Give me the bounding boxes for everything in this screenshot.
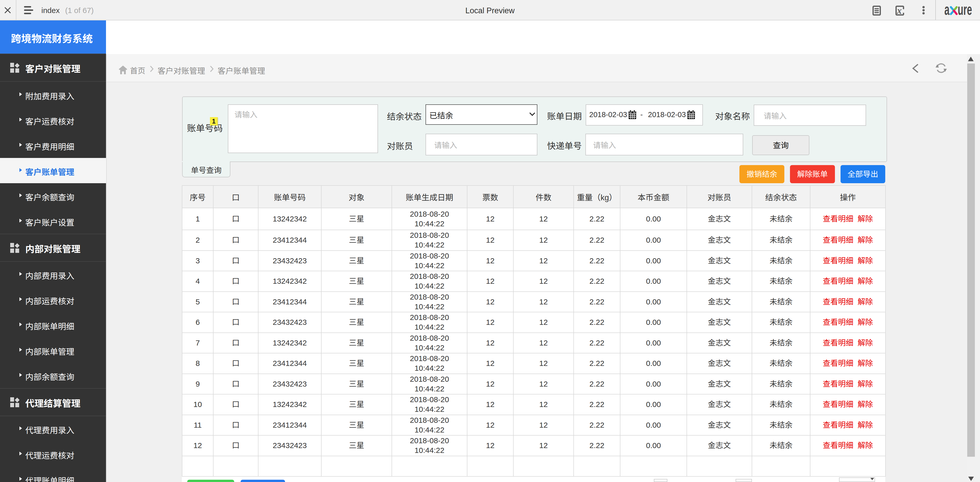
svg-text:a: a bbox=[944, 5, 950, 16]
svg-text:ure: ure bbox=[958, 5, 972, 16]
svg-text:x: x bbox=[897, 6, 902, 16]
